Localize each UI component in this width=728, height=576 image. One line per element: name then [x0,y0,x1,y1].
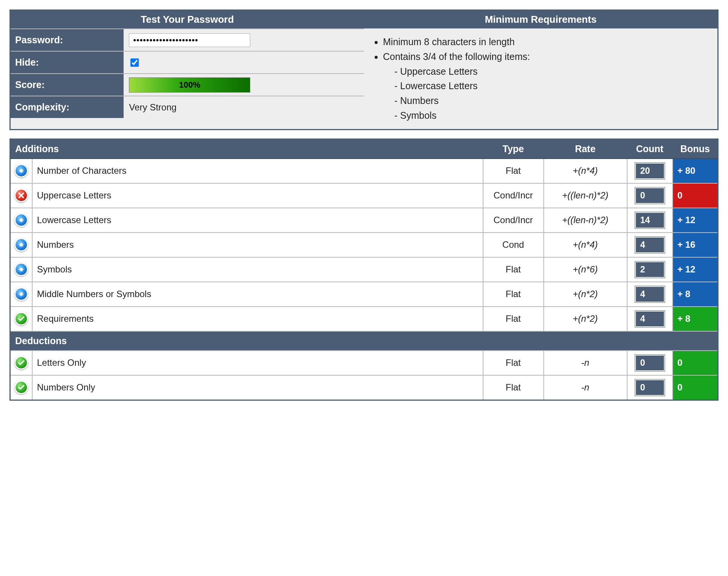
metric-type: Flat [483,307,544,331]
metric-rate: +(n*4) [544,233,627,257]
table-row: NumbersCond+(n*4)4+ 16 [10,233,718,257]
requirements-header: Minimum Requirements [364,11,717,28]
score-label: Score: [11,74,124,96]
metric-bonus: 0 [673,375,718,400]
status-cell [10,375,32,400]
metric-bonus: + 8 [673,307,718,331]
metric-name: Numbers [32,233,483,257]
requirement-subitem: - Numbers [394,93,709,108]
metric-type: Flat [483,282,544,307]
metric-count: 4 [627,307,673,331]
score-bar-fill: 100% [129,78,250,92]
metric-rate: +(n*4) [544,159,627,183]
table-row: Letters OnlyFlat-n00 [10,351,718,375]
bonus-header: Bonus [673,139,718,159]
status-cell [10,257,32,282]
metric-type: Cond/Incr [483,183,544,208]
metric-count: 4 [627,282,673,307]
metric-bonus: 0 [673,183,718,208]
check-icon [14,381,28,394]
results-table: Additions Type Rate Count Bonus Number o… [9,138,719,401]
metric-name: Numbers Only [32,375,483,400]
table-row: Middle Numbers or SymbolsFlat+(n*2)4+ 8 [10,282,718,307]
metric-count: 20 [627,159,673,183]
check-icon [14,312,28,326]
cross-icon [14,189,28,202]
requirements-body: Minimum 8 characters in length Contains … [364,28,717,129]
metric-type: Cond/Incr [483,208,544,233]
complexity-row: Complexity: Very Strong [11,96,364,118]
metric-bonus: + 16 [673,233,718,257]
metric-type: Flat [483,257,544,282]
metric-bonus: + 80 [673,159,718,183]
password-label: Password: [11,29,124,51]
status-cell [10,233,32,257]
hide-label: Hide: [11,52,124,73]
metric-rate: +(n*2) [544,307,627,331]
status-cell [10,208,32,233]
metric-name: Requirements [32,307,483,331]
deductions-header: Deductions [10,331,718,351]
metric-name: Uppercase Letters [32,183,483,208]
metric-rate: +(n*6) [544,257,627,282]
metric-rate: +((len-n)*2) [544,208,627,233]
hide-checkbox[interactable] [130,58,139,67]
metric-count: 14 [627,208,673,233]
metric-rate: +((len-n)*2) [544,183,627,208]
requirement-subitem: - Uppercase Letters [394,64,709,79]
metric-name: Symbols [32,257,483,282]
rate-header: Rate [544,139,627,159]
asterisk-icon [14,287,28,301]
top-panel: Test Your Password Password: Hide: Score… [9,9,719,130]
score-bar: 100% [129,77,250,93]
asterisk-icon [14,263,28,276]
metric-count: 0 [627,351,673,375]
metric-name: Letters Only [32,351,483,375]
table-row: Numbers OnlyFlat-n00 [10,375,718,400]
metric-type: Flat [483,159,544,183]
table-row: Uppercase LettersCond/Incr+((len-n)*2)00 [10,183,718,208]
metric-bonus: 0 [673,351,718,375]
count-header: Count [627,139,673,159]
asterisk-icon [14,213,28,227]
metric-rate: +(n*2) [544,282,627,307]
status-cell [10,351,32,375]
requirement-item: Contains 3/4 of the following items: - U… [383,49,709,123]
table-row: RequirementsFlat+(n*2)4+ 8 [10,307,718,331]
asterisk-icon [14,238,28,252]
metric-count: 2 [627,257,673,282]
score-row: Score: 100% [11,73,364,96]
metric-type: Cond [483,233,544,257]
requirement-subitem: - Symbols [394,108,709,123]
complexity-value: Very Strong [124,99,364,116]
metric-count: 4 [627,233,673,257]
table-row: Lowercase LettersCond/Incr+((len-n)*2)14… [10,208,718,233]
check-icon [14,356,28,370]
status-cell [10,183,32,208]
type-header: Type [483,139,544,159]
metric-name: Middle Numbers or Symbols [32,282,483,307]
metric-bonus: + 12 [673,208,718,233]
complexity-label: Complexity: [11,96,124,118]
metric-rate: -n [544,375,627,400]
metric-bonus: + 12 [673,257,718,282]
password-row: Password: [11,28,364,51]
metric-bonus: + 8 [673,282,718,307]
status-cell [10,159,32,183]
table-row: SymbolsFlat+(n*6)2+ 12 [10,257,718,282]
test-password-header: Test Your Password [11,11,364,28]
additions-header: Additions [10,139,483,159]
requirement-subitem: - Lowercase Letters [394,79,709,93]
hide-row: Hide: [11,51,364,73]
metric-rate: -n [544,351,627,375]
metric-count: 0 [627,183,673,208]
metric-type: Flat [483,375,544,400]
password-input[interactable] [129,33,250,47]
status-cell [10,307,32,331]
table-row: Number of CharactersFlat+(n*4)20+ 80 [10,159,718,183]
metric-count: 0 [627,375,673,400]
metric-name: Lowercase Letters [32,208,483,233]
minimum-requirements-section: Minimum Requirements Minimum 8 character… [364,11,717,129]
metric-name: Number of Characters [32,159,483,183]
requirement-item: Minimum 8 characters in length [383,35,709,49]
